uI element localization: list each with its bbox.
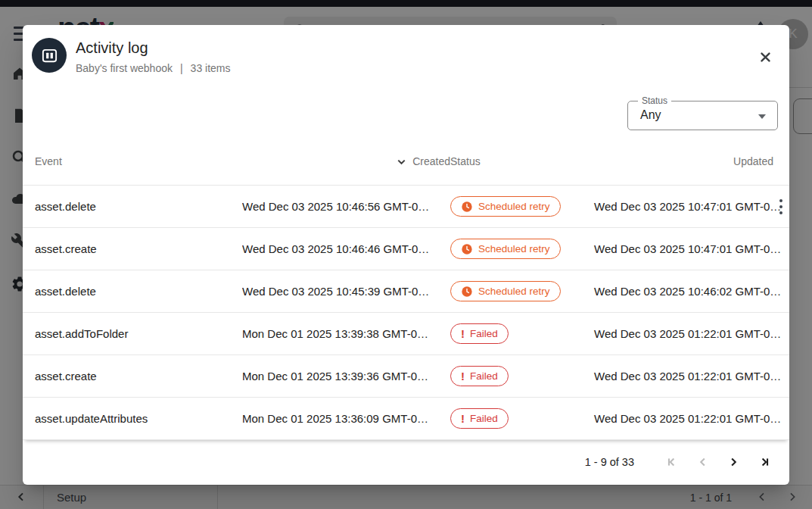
table-row[interactable]: asset.create Wed Dec 03 2025 10:46:46 GM… (23, 228, 789, 270)
clock-icon (461, 201, 473, 213)
status-filter-select[interactable]: Status Any (627, 101, 778, 130)
updated-cell: Wed Dec 03 2025 10:46:02 GMT-0… (594, 285, 781, 298)
updated-value: Wed Dec 03 2025 10:47:01 GMT-0… (594, 242, 781, 255)
status-cell: ! Failed (450, 408, 594, 429)
webhook-activity-icon (32, 38, 67, 73)
created-cell: Wed Dec 03 2025 10:45:39 GMT-0… (242, 285, 450, 298)
kebab-menu-icon[interactable] (776, 198, 786, 215)
status-badge: ! Failed (450, 323, 509, 344)
status-cell: Scheduled retry (450, 281, 594, 301)
event-cell: asset.addToFolder (35, 327, 242, 340)
status-badge: ! Failed (450, 408, 509, 429)
modal-footer: 1 - 9 of 33 (23, 439, 789, 485)
created-cell: Wed Dec 03 2025 10:46:56 GMT-0… (242, 200, 450, 213)
exclamation-icon: ! (461, 370, 465, 383)
sort-chevron-down-icon (396, 156, 407, 167)
activity-log-modal: Activity log Baby's first webhook | 33 i… (23, 25, 789, 485)
updated-cell: Wed Dec 03 2025 01:22:01 GMT-0… (594, 412, 781, 425)
event-cell: asset.create (35, 242, 242, 255)
last-page-icon[interactable] (754, 452, 773, 472)
status-badge: Scheduled retry (450, 281, 561, 301)
created-cell: Mon Dec 01 2025 13:39:38 GMT-0… (242, 327, 450, 340)
event-cell: asset.updateAttributes (35, 412, 242, 425)
prev-page-icon[interactable] (693, 452, 713, 472)
updated-cell: Wed Dec 03 2025 01:22:01 GMT-0… (594, 327, 781, 340)
column-header-created-label: Created (412, 155, 450, 167)
table-row[interactable]: asset.delete Wed Dec 03 2025 10:45:39 GM… (23, 270, 789, 313)
webhook-name: Baby's first webhook (76, 62, 173, 74)
status-label: Failed (470, 413, 498, 424)
next-page-icon[interactable] (723, 452, 743, 472)
event-cell: asset.delete (35, 200, 242, 213)
table-row[interactable]: asset.create Mon Dec 01 2025 13:39:36 GM… (23, 355, 789, 398)
status-cell: ! Failed (450, 323, 594, 344)
column-header-event[interactable]: Event (35, 155, 242, 167)
status-label: Scheduled retry (478, 286, 550, 297)
status-label: Scheduled retry (478, 201, 550, 212)
updated-value: Wed Dec 03 2025 01:22:01 GMT-0… (594, 412, 781, 425)
status-label: Failed (470, 370, 498, 382)
status-label: Scheduled retry (478, 243, 550, 254)
close-icon[interactable] (755, 47, 775, 67)
updated-value: Wed Dec 03 2025 10:46:02 GMT-0… (594, 285, 781, 298)
status-badge: ! Failed (450, 366, 509, 386)
status-badge: Scheduled retry (450, 196, 561, 217)
modal-subtitle: Baby's first webhook | 33 items (76, 62, 231, 74)
modal-title: Activity log (76, 39, 148, 57)
updated-cell: Wed Dec 03 2025 01:22:01 GMT-0… (594, 370, 781, 383)
first-page-icon[interactable] (663, 452, 683, 472)
activity-table: asset.delete Wed Dec 03 2025 10:46:56 GM… (23, 185, 789, 440)
pagination-range: 1 - 9 of 33 (585, 456, 634, 468)
created-cell: Wed Dec 03 2025 10:46:46 GMT-0… (242, 242, 450, 255)
status-cell: Scheduled retry (450, 239, 594, 259)
updated-value: Wed Dec 03 2025 01:22:01 GMT-0… (594, 327, 781, 340)
column-header-updated[interactable]: Updated (594, 155, 773, 167)
subtitle-separator: | (180, 62, 183, 74)
column-header-created[interactable]: Created (242, 155, 450, 167)
event-cell: asset.create (35, 370, 242, 383)
status-cell: ! Failed (450, 366, 594, 386)
updated-value: Wed Dec 03 2025 10:47:01 GMT-0… (594, 200, 781, 213)
updated-value: Wed Dec 03 2025 01:22:01 GMT-0… (594, 370, 781, 383)
table-header: Event Created Status Updated (23, 148, 789, 174)
status-filter-value: Any (640, 108, 661, 122)
dropdown-caret-icon (758, 114, 766, 119)
column-header-status[interactable]: Status (450, 155, 594, 167)
items-count: 33 items (191, 62, 231, 74)
clock-icon (461, 286, 473, 298)
status-cell: Scheduled retry (450, 196, 594, 217)
table-row[interactable]: asset.delete Wed Dec 03 2025 10:46:56 GM… (23, 186, 789, 228)
updated-cell: Wed Dec 03 2025 10:47:01 GMT-0… (594, 200, 781, 213)
exclamation-icon: ! (461, 327, 465, 340)
clock-icon (461, 243, 473, 255)
status-filter-label: Status (638, 95, 671, 106)
status-label: Failed (470, 328, 498, 339)
exclamation-icon: ! (461, 412, 465, 425)
event-cell: asset.delete (35, 285, 242, 298)
status-badge: Scheduled retry (450, 239, 561, 259)
created-cell: Mon Dec 01 2025 13:36:09 GMT-0… (242, 412, 450, 425)
table-row[interactable]: asset.updateAttributes Mon Dec 01 2025 1… (23, 398, 789, 440)
created-cell: Mon Dec 01 2025 13:39:36 GMT-0… (242, 370, 450, 383)
updated-cell: Wed Dec 03 2025 10:47:01 GMT-0… (594, 242, 781, 255)
table-row[interactable]: asset.addToFolder Mon Dec 01 2025 13:39:… (23, 313, 789, 355)
